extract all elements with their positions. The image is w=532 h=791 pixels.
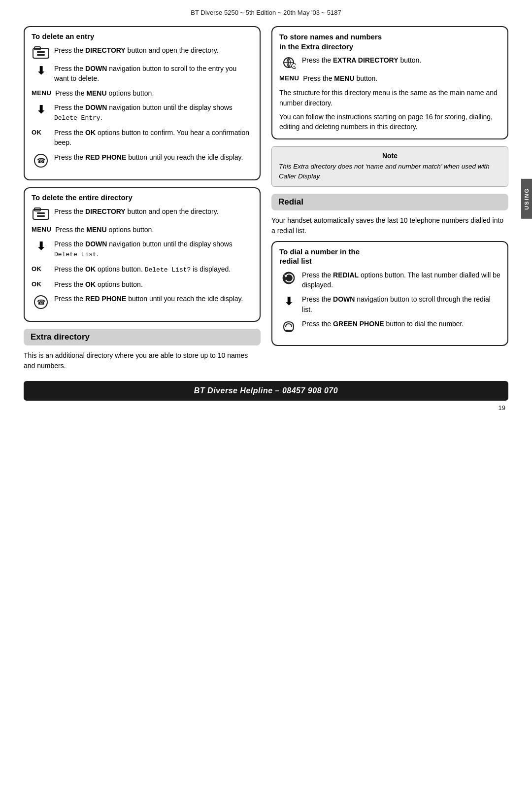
down-arrow-icon-4: ⬇ [279,294,298,308]
store-extra-box: To store names and numbers in the Extra … [271,26,508,139]
delete-dir-step-1: Press the DIRECTORY button and open the … [32,206,253,220]
redial-box-title: To dial a number in the redial list [279,247,500,266]
store-extra-step-1: + Press the EXTRA DIRECTORY button. [279,55,500,69]
delete-dir-step-6-text: Press the RED PHONE button until you rea… [54,294,253,304]
menu-label-1: MENU [32,88,51,97]
store-extra-para-1: The structure for this directory menu is… [279,88,500,108]
helpline-footer: BT Diverse Helpline – 08457 908 070 [24,381,508,401]
redial-step-1-text: Press the REDIAL options button. The las… [302,270,500,290]
header-title: BT Diverse 5250 ~ 5th Edition ~ 20th May… [191,9,341,16]
left-column: To delete an entry Press the DIRECTORY b… [24,26,261,376]
delete-dir-step-5-text: Press the OK options button. [54,279,253,289]
menu-label-2: MENU [32,225,51,233]
delete-entry-step-3-text: Press the MENU options button. [55,88,253,98]
svg-rect-8 [37,212,45,214]
down-arrow-icon-1: ⬇ [32,64,50,77]
ok-label-3: OK [32,279,50,288]
extra-directory-text: This is an additional directory where yo… [24,350,261,371]
ok-label-1: OK [32,128,50,136]
store-extra-step-2: MENU Press the MENU button. [279,73,500,83]
delete-dir-step-1-text: Press the DIRECTORY button and open the … [54,206,253,216]
svg-text:☎: ☎ [37,298,45,306]
delete-dir-step-6: ☎ Press the RED PHONE button until you r… [32,294,253,310]
down-arrow-icon-3: ⬇ [32,239,50,253]
green-phone-icon [279,319,298,334]
svg-text:+: + [293,65,296,69]
delete-entry-step-4-text: Press the DOWN navigation button until t… [54,103,253,123]
delete-dir-step-3-text: Press the DOWN navigation button until t… [54,239,253,260]
svg-rect-9 [37,215,45,217]
redial-section-text: Your handset automatically saves the las… [271,215,508,236]
footer-wrapper: BT Diverse Helpline – 08457 908 070 19 [0,381,532,415]
delete-entry-step-6: ☎ Press the RED PHONE button until you r… [32,152,253,168]
svg-rect-3 [37,54,45,56]
delete-entry-step-1-text: Press the DIRECTORY button and open the … [54,45,253,55]
redial-box: To dial a number in the redial list Pres… [271,241,508,346]
redial-header: Redial [271,194,508,210]
red-phone-icon-1: ☎ [32,152,50,168]
delete-entry-step-5-text: Press the OK options button to confirm. … [54,128,253,148]
svg-rect-19 [285,330,292,332]
menu-label-3: MENU [279,73,299,82]
delete-dir-step-4: OK Press the OK options button. Delete L… [32,264,253,275]
note-box: Note This Extra directory does not ‘name… [271,146,508,186]
directory-icon-2 [32,206,50,220]
svg-text:☎: ☎ [37,157,45,165]
right-column: To store names and numbers in the Extra … [271,26,508,376]
note-title: Note [279,152,501,160]
delete-entry-step-5: OK Press the OK options button to confir… [32,128,253,148]
delete-entry-step-3: MENU Press the MENU options button. [32,88,253,98]
delete-directory-title: To delete the entire directory [32,193,253,202]
delete-dir-step-5: OK Press the OK options button. [32,279,253,289]
main-content: To delete an entry Press the DIRECTORY b… [0,21,532,381]
delete-dir-step-2: MENU Press the MENU options button. [32,225,253,235]
redial-step-3: Press the GREEN PHONE button to dial the… [279,319,500,334]
side-tab: USING [521,179,532,219]
delete-entry-title: To delete an entry [32,32,253,40]
note-text: This Extra directory does not ‘name and … [279,162,501,181]
redial-step-3-text: Press the GREEN PHONE button to dial the… [302,319,500,329]
delete-dir-step-4-text: Press the OK options button. Delete List… [54,264,253,275]
extra-directory-header: Extra directory [24,329,261,345]
delete-entry-step-6-text: Press the RED PHONE button until you rea… [54,152,253,162]
redial-icon [279,270,298,285]
delete-entry-step-2: ⬇ Press the DOWN navigation button to sc… [32,64,253,84]
delete-entry-step-4: ⬇ Press the DOWN navigation button until… [32,103,253,123]
delete-dir-step-3: ⬇ Press the DOWN navigation button until… [32,239,253,260]
delete-entry-step-2-text: Press the DOWN navigation button to scro… [54,64,253,84]
down-arrow-icon-2: ⬇ [32,103,50,116]
store-extra-para-2: You can follow the instructions starting… [279,112,500,132]
page-number: 19 [499,404,505,412]
ok-label-2: OK [32,264,50,273]
directory-icon-1 [32,45,50,59]
svg-rect-2 [37,51,45,53]
delete-entry-box: To delete an entry Press the DIRECTORY b… [24,26,261,180]
delete-directory-box: To delete the entire directory Press the… [24,187,261,322]
store-extra-step-1-text: Press the EXTRA DIRECTORY button. [302,55,500,65]
store-extra-step-2-text: Press the MENU button. [303,73,500,83]
red-phone-icon-2: ☎ [32,294,50,310]
redial-step-2: ⬇ Press the DOWN navigation button to sc… [279,294,500,314]
extra-dir-icon: + [279,55,298,69]
redial-step-1: Press the REDIAL options button. The las… [279,270,500,290]
delete-dir-step-2-text: Press the MENU options button. [55,225,253,235]
redial-step-2-text: Press the DOWN navigation button to scro… [302,294,500,314]
delete-entry-step-1: Press the DIRECTORY button and open the … [32,45,253,59]
store-extra-title: To store names and numbers in the Extra … [279,32,500,51]
page-header: BT Diverse 5250 ~ 5th Edition ~ 20th May… [0,0,532,21]
